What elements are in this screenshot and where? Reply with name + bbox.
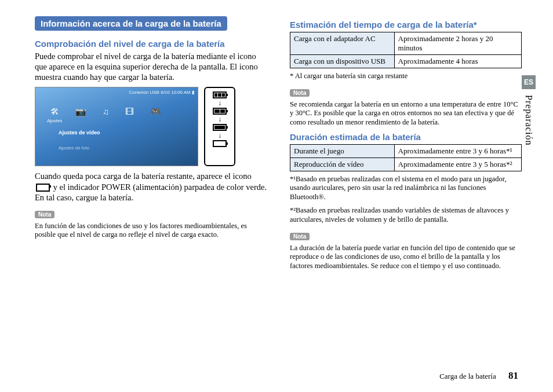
table-row: Reproducción de vídeoAproximadamente ent… — [290, 157, 522, 171]
psp-status-bar: Conexión USB 8/10 10:00 AM ▮ — [129, 90, 194, 95]
video-icon: 🎞 — [125, 107, 134, 117]
intro-paragraph: Puede comprobar el nivel de carga de la … — [35, 51, 267, 82]
page-footer: Carga de la batería 81 — [439, 370, 518, 382]
charge-asterisk-note: * Al cargar una batería sin carga restan… — [290, 72, 522, 81]
psp-item-video: Ajustes de vídeo — [59, 130, 100, 135]
left-column: Información acerca de la carga de la bat… — [35, 16, 267, 380]
table-row: Carga con el adaptador ACAproximadamente… — [290, 32, 522, 55]
battery-one-icon — [213, 124, 227, 131]
low-battery-icon — [36, 184, 50, 192]
subheading-charge-time: Estimación del tiempo de carga de la bat… — [290, 20, 522, 30]
subheading-duration: Duración estimada de la batería — [290, 132, 522, 142]
psp-screen: Conexión USB 8/10 10:00 AM ▮ 🛠 📷 ♫ 🎞 🎮 A… — [35, 87, 198, 166]
language-badge: ES — [522, 75, 536, 89]
nota-badge: Nota — [290, 233, 310, 240]
side-tab: ES Preparación — [522, 75, 536, 145]
right-column: Estimación del tiempo de carga de la bat… — [290, 16, 522, 380]
charge-time-table: Carga con el adaptador ACAproximadamente… — [290, 32, 522, 68]
psp-xmb-icons: 🛠 📷 ♫ 🎞 🎮 — [50, 107, 161, 117]
arrow-down-icon: ↓ — [218, 101, 221, 105]
photo-icon: 📷 — [75, 107, 86, 117]
battery-level-callout: ↓ ↓ ↓ — [204, 87, 235, 166]
duration-table: Durante el juegoAproximadamente entre 3 … — [290, 144, 522, 171]
subheading-check-level: Comprobación del nivel de carga de la ba… — [35, 39, 267, 49]
table-row: Carga con un dispositivo USBAproximadame… — [290, 55, 522, 68]
battery-full-icon — [213, 91, 227, 98]
footnote-2: *²Basado en pruebas realizadas usando va… — [290, 206, 522, 224]
battery-empty-icon — [213, 140, 227, 147]
note-temperature: Se recomienda cargar la batería en un en… — [290, 100, 522, 127]
section-banner: Información acerca de la carga de la bat… — [35, 16, 227, 31]
low-battery-paragraph: Cuando queda poca carga de la batería re… — [35, 171, 267, 202]
nota-badge: Nota — [35, 211, 54, 218]
nota-badge: Nota — [290, 89, 310, 97]
footer-title: Carga de la batería — [439, 372, 496, 380]
page-number: 81 — [508, 370, 518, 381]
section-label: Preparación — [523, 95, 534, 145]
arrow-down-icon: ↓ — [218, 117, 221, 122]
note-duration-varies: La duración de la batería puede variar e… — [290, 244, 522, 271]
psp-item-photo: Ajustes de foto — [59, 145, 89, 151]
note-conditions: En función de las condiciones de uso y l… — [35, 222, 267, 240]
footnote-1: *¹Basado en pruebas realizadas con el si… — [290, 175, 522, 202]
settings-icon: 🛠 — [50, 107, 59, 117]
psp-illustration: Conexión USB 8/10 10:00 AM ▮ 🛠 📷 ♫ 🎞 🎮 A… — [35, 87, 267, 166]
table-row: Durante el juegoAproximadamente entre 3 … — [290, 144, 522, 157]
game-icon: 🎮 — [150, 107, 161, 117]
psp-ajustes-label: Ajustes — [47, 118, 62, 123]
arrow-down-icon: ↓ — [218, 133, 221, 138]
battery-two-icon — [213, 108, 227, 115]
music-icon: ♫ — [103, 107, 109, 117]
